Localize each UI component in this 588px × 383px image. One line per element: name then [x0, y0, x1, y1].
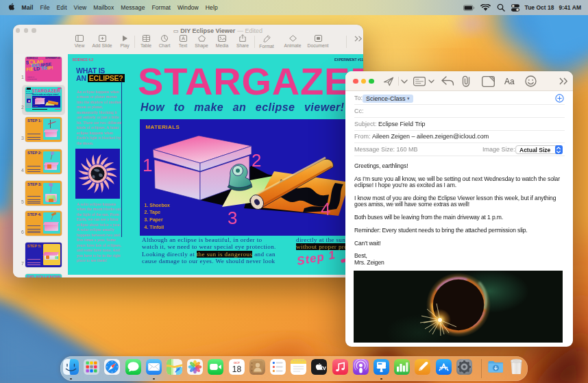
svg-text:tv: tv — [321, 365, 326, 371]
svg-text:2: 2 — [252, 150, 261, 171]
svg-text:1: 1 — [143, 155, 152, 175]
svg-text:18: 18 — [232, 364, 241, 373]
svg-text:3: 3 — [228, 208, 237, 228]
svg-text:4: 4 — [321, 199, 330, 219]
